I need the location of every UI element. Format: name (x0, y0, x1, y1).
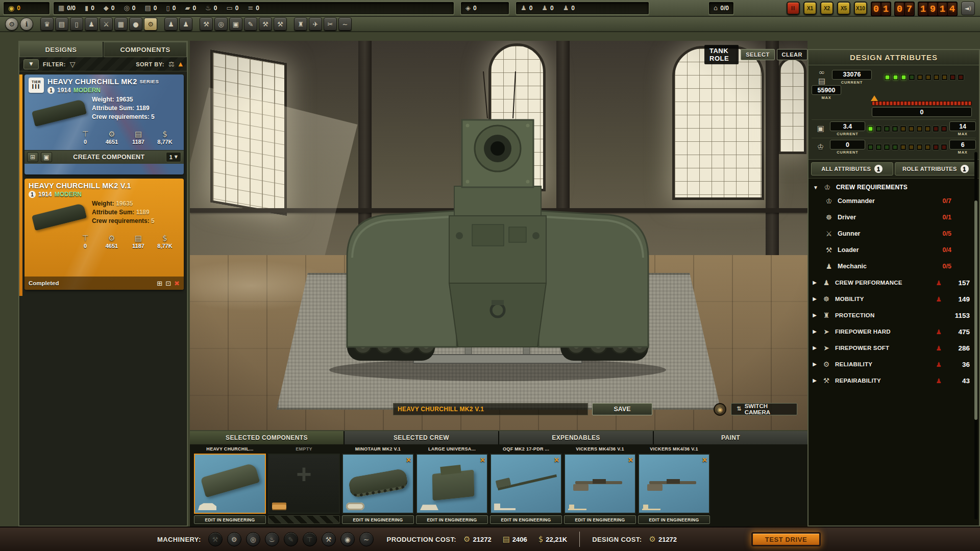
save-button[interactable]: SAVE (592, 403, 652, 415)
speed-button-x10[interactable]: X10 (854, 2, 867, 15)
speed-button-x5[interactable]: X5 (837, 2, 850, 15)
edit-in-engineering-button[interactable]: EDIT IN ENGINEERING (416, 515, 488, 524)
cost-stat-rivet: ⊤0 (76, 235, 95, 249)
officer-button[interactable]: ♟ (179, 17, 192, 31)
pipe-button[interactable]: ~ (338, 17, 352, 31)
attributes-scrollbar[interactable] (974, 152, 977, 519)
camera-snapshot-button[interactable]: ▣ (41, 152, 52, 162)
edit-in-engineering-button[interactable]: EDIT IN ENGINEERING (194, 515, 266, 524)
edit-in-engineering-button[interactable]: EDIT IN ENGINEERING (638, 515, 710, 524)
role-select-button[interactable]: SELECT (741, 49, 774, 60)
tab-components[interactable]: COMPONENTS (104, 42, 187, 57)
info-button[interactable]: ℹ (20, 17, 33, 31)
slot-tile-turret[interactable]: × (416, 454, 488, 514)
funnel-icon[interactable]: ▽ (70, 61, 76, 68)
chevron-down-icon: ▼ (30, 62, 33, 66)
slot-tile-hull[interactable] (194, 454, 266, 514)
scrollbar-thumb[interactable] (974, 201, 977, 420)
attr-row-repairability[interactable]: ▶⚒REPAIRABILITY♟43 (812, 372, 975, 389)
delete-variant-icon[interactable]: ✖ (174, 280, 180, 287)
design-name-input[interactable] (393, 403, 588, 415)
machine-button[interactable]: ▤ (55, 17, 68, 31)
mg-mini-icon (642, 503, 660, 510)
weight-gauge-row: ∞ ▤ 33076 CURRENT 55900 MAX 0 (812, 67, 976, 119)
slider-handle[interactable] (871, 95, 878, 101)
resource-gold: ▰0 (180, 2, 201, 14)
crew-requirements-header[interactable]: ▼ ♔ CREW REQUIREMENTS (812, 182, 975, 193)
tab-all-attributes[interactable]: ALL ATTRIBUTES1 (811, 162, 893, 176)
slot-tile-mg[interactable]: × (564, 454, 636, 514)
edit-in-engineering-button[interactable]: EDIT IN ENGINEERING (490, 515, 562, 524)
announcements-button[interactable]: ◄) (961, 2, 975, 15)
weight-slider[interactable] (872, 101, 972, 106)
tab-role-attributes[interactable]: ROLE ATTRIBUTES1 (895, 162, 977, 176)
collapse-filter-button[interactable]: ▼ (23, 59, 39, 69)
trophy-button[interactable]: ♛ (40, 17, 54, 31)
remove-component-icon[interactable]: × (702, 456, 707, 465)
design-card-series[interactable]: TIER III HEAVY CHURCHILL MK2SERIES 1 191… (24, 74, 184, 174)
factory-button[interactable]: ▦ (114, 17, 128, 31)
add-variant-icon[interactable]: ⊞ (157, 280, 162, 287)
globe-button[interactable]: ◎ (214, 17, 228, 31)
document-button[interactable]: ▯ (70, 17, 83, 31)
design-card-variant[interactable]: HEAVY CHURCHILL MK2 V.1 1 1914 MODERN We… (24, 179, 184, 290)
tab-paint[interactable]: PAINT (654, 431, 807, 444)
spy-button[interactable]: ♟ (85, 17, 98, 31)
bomb-button[interactable]: ● (129, 17, 142, 31)
tab-designs[interactable]: DESIGNS (19, 42, 103, 57)
remove-component-icon[interactable]: × (628, 456, 633, 465)
attr-row-firepower-soft[interactable]: ▶➤FIREPOWER SOFT♟286 (812, 340, 975, 356)
sort-ascending-icon[interactable]: ▲ (179, 61, 183, 67)
tab-expendables[interactable]: EXPENDABLES (499, 431, 653, 444)
attr-row-protection[interactable]: ▶♜PROTECTION1153 (812, 307, 975, 323)
briefcase-button[interactable]: ▣ (229, 17, 242, 31)
sort-weight-icon[interactable]: ⚖ (168, 61, 175, 67)
role-clear-button[interactable]: CLEAR (777, 49, 807, 60)
edit-in-engineering-button[interactable]: EDIT IN ENGINEERING (564, 515, 636, 524)
statue-button[interactable]: ♜ (294, 17, 307, 31)
remove-component-icon[interactable]: × (554, 456, 559, 465)
remove-component-icon[interactable]: × (406, 456, 411, 465)
ingot-icon: ▤ (135, 235, 142, 242)
slot-tile-tracks[interactable]: × (342, 454, 414, 514)
wrenches-button[interactable]: ⚒ (274, 17, 287, 31)
weight-gauge-icons: ∞ ▤ (812, 69, 832, 85)
wrench-button[interactable]: ⚒ (259, 17, 272, 31)
switch-camera-button[interactable]: ⇅ SWITCH CAMERA (731, 403, 797, 415)
drill-press-button[interactable]: ⚒ (200, 17, 213, 31)
toolbar-group: ♛▤▯♟⚔▦●⚙ (40, 17, 157, 31)
slot-tile-gun[interactable]: × (490, 454, 562, 514)
swords-button[interactable]: ⚔ (100, 17, 113, 31)
duplicate-variant-icon[interactable]: ⊡ (165, 280, 171, 287)
cost-status-bar: MACHINERY: ⚒⚙◎♨✎⊤⚒◉~ PRODUCTION COST: ⚙2… (0, 527, 980, 551)
weight-current-box: 33076 CURRENT (832, 70, 872, 85)
led-indicator (916, 144, 923, 151)
edit-in-engineering-button[interactable]: EDIT IN ENGINEERING (342, 515, 414, 524)
attr-row-reliability[interactable]: ▶⚙RELIABILITY♟36 (812, 356, 975, 372)
pause-button[interactable]: II (787, 2, 800, 15)
collapse-icon: ▼ (813, 185, 819, 190)
add-component-button[interactable]: ⊞ (27, 152, 38, 162)
production-cost-items: ⚙21272▤2406$22,21K (463, 536, 567, 543)
attr-row-mobility[interactable]: ▶☸MOBILITY♟149 (812, 291, 975, 307)
create-component-button[interactable]: CREATE COMPONENT (55, 154, 163, 161)
speed-button-x1[interactable]: X1 (803, 2, 817, 15)
attr-row-crew-performance[interactable]: ▶♟CREW PERFORMANCE♟157 (812, 274, 975, 291)
briefcase-icon: ▣ (233, 21, 239, 28)
speed-button-x2[interactable]: X2 (820, 2, 834, 15)
tab-selected-components[interactable]: SELECTED COMPONENTS (190, 431, 344, 444)
remove-component-icon[interactable]: × (480, 456, 485, 465)
slot-tile-mg[interactable]: × (638, 454, 710, 514)
attr-row-firepower-hard[interactable]: ▶➤FIREPOWER HARD♟475 (812, 323, 975, 340)
component-count-dropdown[interactable]: 1▼ (166, 152, 181, 162)
scissors-button[interactable]: ✂ (324, 17, 337, 31)
tank-model[interactable] (304, 71, 692, 388)
mechanic-button[interactable]: ♟ (164, 17, 178, 31)
tab-selected-crew[interactable]: SELECTED CREW (345, 431, 498, 444)
plane-button[interactable]: ✈ (309, 17, 322, 31)
design-cards-button[interactable]: ⚙ (144, 17, 157, 31)
drafting-button[interactable]: ✎ (244, 17, 257, 31)
slot-tile-empty[interactable]: + (268, 454, 340, 514)
test-drive-button[interactable]: TEST DRIVE (751, 532, 821, 546)
gear-button[interactable]: ⚙ (5, 17, 18, 31)
